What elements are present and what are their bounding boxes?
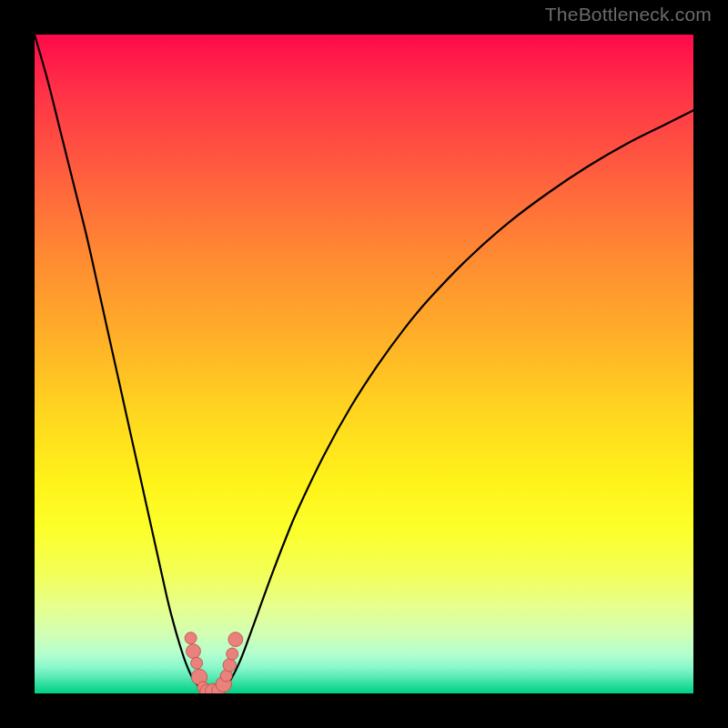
data-marker (227, 648, 238, 660)
watermark-text: TheBottleneck.com (545, 4, 712, 25)
data-marker (191, 657, 203, 669)
curve-markers (185, 632, 243, 693)
curve-left (35, 35, 206, 692)
data-marker (185, 632, 197, 644)
curve-right (219, 110, 693, 692)
chart-frame: TheBottleneck.com (0, 0, 728, 728)
data-marker (223, 659, 236, 672)
data-marker (187, 644, 201, 659)
chart-svg (35, 35, 693, 693)
plot-area (35, 35, 693, 693)
data-marker (228, 632, 243, 647)
